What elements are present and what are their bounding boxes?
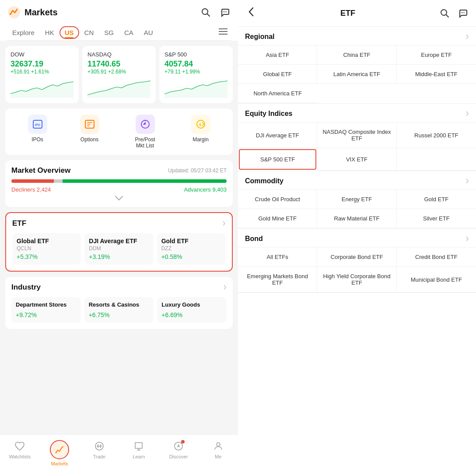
nasdaq-comp-etf-item[interactable]: NASDAQ Composite Index ETF bbox=[317, 122, 396, 148]
svg-point-4 bbox=[223, 11, 224, 12]
nav-markets[interactable]: Markets bbox=[40, 438, 80, 468]
overview-labels: Decliners 2,424 Advancers 9,403 bbox=[11, 186, 227, 193]
commodity-chevron-icon bbox=[466, 178, 469, 184]
tab-cn[interactable]: CN bbox=[79, 25, 99, 40]
gold-mine-etf-item[interactable]: Gold Mine ETF bbox=[238, 209, 317, 228]
global-etf-item[interactable]: Global ETF bbox=[238, 65, 317, 84]
market-overview-section: Market Overview Updated: 05/27 03:42 ET … bbox=[5, 160, 233, 207]
right-panel: ETF Regional Asia ETF China ETF Europe E… bbox=[238, 0, 476, 475]
etf-card-gold[interactable]: Gold ETF DZZ +0.58% bbox=[157, 233, 226, 265]
nav-learn[interactable]: Learn bbox=[119, 438, 159, 468]
message-button[interactable] bbox=[219, 6, 231, 18]
bond-section: Bond All ETFs Corporate Bond ETF Credit … bbox=[238, 229, 476, 293]
nasdaq-card[interactable]: NASDAQ 11740.65 +305.91 +2.68% bbox=[82, 46, 156, 103]
tab-explore[interactable]: Explore bbox=[7, 25, 40, 40]
silver-etf-item[interactable]: Silver ETF bbox=[397, 209, 476, 228]
russel-etf-item[interactable]: Russel 2000 ETF bbox=[397, 122, 476, 148]
municipal-bond-etf-item[interactable]: Municipal Bond ETF bbox=[397, 267, 476, 293]
tab-hk[interactable]: HK bbox=[40, 25, 60, 40]
equity-grid: DJI Average ETF NASDAQ Composite Index E… bbox=[238, 122, 476, 171]
dow-card[interactable]: DOW 32637.19 +516.91 +1.61% bbox=[5, 46, 79, 103]
action-margin[interactable]: $ Margin bbox=[191, 115, 210, 149]
asia-etf-item[interactable]: Asia ETF bbox=[238, 45, 317, 65]
industry-card-dept[interactable]: Department Stores +9.72% bbox=[11, 297, 81, 323]
tab-sg[interactable]: SG bbox=[99, 25, 119, 40]
neutral-bar bbox=[54, 179, 63, 183]
right-search-button[interactable] bbox=[438, 7, 451, 19]
commodity-grid: Crude Oil Product Energy ETF Gold ETF Go… bbox=[238, 189, 476, 228]
action-prepost[interactable]: Pre/Post Mkt List bbox=[132, 115, 158, 149]
quick-actions: IPO IPOs Options bbox=[5, 108, 233, 155]
emerging-bond-etf-item[interactable]: Emerging Markets Bond ETF bbox=[238, 267, 317, 293]
svg-text:IPO: IPO bbox=[35, 123, 41, 126]
margin-label: Margin bbox=[192, 136, 209, 143]
credit-bond-etf-item[interactable]: Credit Bond ETF bbox=[397, 248, 476, 267]
svg-point-6 bbox=[226, 11, 227, 12]
etf-chevron-icon bbox=[222, 220, 226, 227]
vix-etf-item[interactable]: VIX ETF bbox=[317, 148, 396, 171]
nav-watchlists[interactable]: Watchlists bbox=[0, 438, 40, 468]
china-etf-item[interactable]: China ETF bbox=[317, 45, 396, 65]
etf-gold-change: +0.58% bbox=[161, 253, 221, 260]
nav-more-button[interactable] bbox=[215, 24, 231, 40]
nav-discover[interactable]: Discover bbox=[159, 438, 199, 468]
watchlists-icon bbox=[14, 440, 26, 452]
action-ipos[interactable]: IPO IPOs bbox=[28, 115, 47, 149]
north-america-etf-item[interactable]: North America ETF bbox=[238, 84, 317, 103]
discover-label: Discover bbox=[169, 454, 188, 459]
crude-oil-item[interactable]: Crude Oil Product bbox=[238, 190, 317, 209]
tab-us[interactable]: US bbox=[60, 26, 79, 39]
left-panel: Markets Explore HK US CN SG CA AU bbox=[0, 0, 238, 475]
dji-avg-etf-item[interactable]: DJI Average ETF bbox=[238, 122, 317, 148]
header-icons bbox=[200, 6, 231, 18]
energy-etf-item[interactable]: Energy ETF bbox=[317, 190, 396, 209]
raw-material-etf-item[interactable]: Raw Material ETF bbox=[317, 209, 396, 228]
corp-bond-etf-item[interactable]: Corporate Bond ETF bbox=[317, 248, 396, 267]
tab-ca[interactable]: CA bbox=[119, 25, 139, 40]
dow-value: 32637.19 bbox=[10, 59, 74, 69]
resorts-change: +6.75% bbox=[89, 311, 150, 318]
sp500-name: S&P 500 bbox=[164, 51, 228, 58]
commodity-title: Commodity bbox=[245, 177, 284, 185]
middle-east-etf-item[interactable]: Middle-East ETF bbox=[397, 65, 476, 84]
svg-line-31 bbox=[446, 15, 449, 17]
back-button[interactable] bbox=[245, 5, 257, 21]
action-options[interactable]: Options bbox=[80, 115, 99, 149]
tab-au[interactable]: AU bbox=[139, 25, 158, 40]
europe-etf-item[interactable]: Europe ETF bbox=[397, 45, 476, 65]
resorts-name: Resorts & Casinos bbox=[89, 301, 150, 308]
app-title: Markets bbox=[24, 7, 58, 17]
etf-card-dji[interactable]: DJI Average ETF DDM +3.19% bbox=[84, 233, 153, 265]
all-etfs-item[interactable]: All ETFs bbox=[238, 248, 317, 267]
margin-icon: $ bbox=[191, 115, 210, 134]
sp500-card[interactable]: S&P 500 4057.84 +79.11 +1.99% bbox=[159, 46, 233, 103]
ipos-label: IPOs bbox=[32, 136, 43, 143]
nasdaq-name: NASDAQ bbox=[88, 51, 150, 58]
chevron-down-button[interactable] bbox=[11, 196, 227, 201]
nav-trade[interactable]: Trade bbox=[79, 438, 119, 468]
etf-gold-type: Gold ETF bbox=[161, 238, 221, 244]
right-message-button[interactable] bbox=[457, 7, 469, 19]
sp500-change: +79.11 +1.99% bbox=[164, 69, 228, 75]
high-yield-etf-item[interactable]: High Yield Corporate Bond ETF bbox=[317, 267, 396, 293]
gold-etf-item[interactable]: Gold ETF bbox=[397, 190, 476, 209]
industry-card-luxury[interactable]: Luxury Goods +6.69% bbox=[157, 297, 227, 323]
etf-card-global[interactable]: Global ETF QCLN +5.37% bbox=[12, 233, 81, 265]
sp500-value: 4057.84 bbox=[164, 59, 228, 69]
dow-name: DOW bbox=[10, 51, 74, 58]
nav-tabs: Explore HK US CN SG CA AU bbox=[7, 23, 231, 41]
search-button[interactable] bbox=[200, 6, 212, 18]
regional-grid: Asia ETF China ETF Europe ETF Global ETF… bbox=[238, 45, 476, 103]
sp500-etf-item[interactable]: S&P 500 ETF bbox=[239, 149, 316, 170]
nav-me[interactable]: Me bbox=[198, 438, 238, 468]
decliners-label: Decliners 2,424 bbox=[11, 186, 51, 193]
equity-indices-title: Equity Indices bbox=[245, 110, 292, 118]
trade-label: Trade bbox=[93, 454, 105, 459]
etf-global-ticker: QCLN bbox=[17, 245, 77, 251]
industry-card-resorts[interactable]: Resorts & Casinos +6.75% bbox=[84, 297, 154, 323]
etf-global-type: Global ETF bbox=[17, 238, 77, 244]
svg-point-5 bbox=[224, 11, 225, 12]
latin-etf-item[interactable]: Latin America ETF bbox=[317, 65, 396, 84]
svg-point-1 bbox=[10, 13, 11, 15]
industry-cards: Department Stores +9.72% Resorts & Casin… bbox=[11, 297, 227, 323]
